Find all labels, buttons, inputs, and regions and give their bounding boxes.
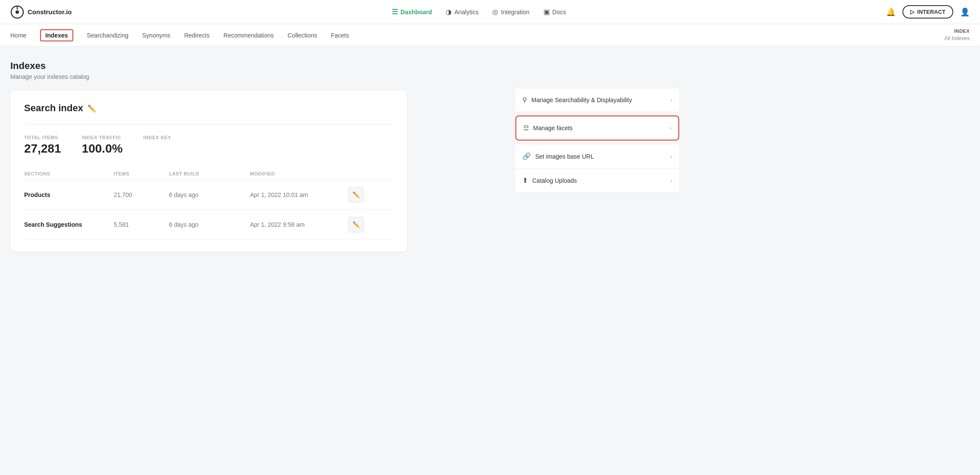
table-row: Products 21,700 6 days ago Apr 1, 2022 1… [24, 180, 393, 210]
col-sections: SECTIONS [24, 171, 110, 176]
nav-collections[interactable]: Collections [287, 30, 317, 41]
col-last-build: LAST BUILD [169, 171, 247, 176]
chevron-right-icon: › [670, 153, 672, 160]
sections-table: SECTIONS ITEMS LAST BUILD MODIFIED Produ… [24, 168, 393, 240]
stat-index-traffic: INDEX TRAFFIC 100.0% [82, 135, 123, 156]
sidebar-item-manage-searchability[interactable]: ⚲ Manage Searchability & Displayability … [515, 88, 679, 112]
nav-synonyms[interactable]: Synonyms [142, 30, 170, 41]
chevron-right-icon: › [670, 177, 672, 184]
content-area: Indexes Manage your indexes catalog Sear… [10, 60, 502, 252]
stat-total-items: TOTAL ITEMS 27,281 [24, 135, 61, 156]
col-actions [348, 171, 369, 176]
play-icon: ▷ [910, 9, 914, 15]
top-nav: Constructor.io ☰ Dashboard ◑ Analytics ◎… [0, 0, 980, 24]
nav-home[interactable]: Home [10, 30, 26, 41]
nav-docs[interactable]: ▣ Docs [543, 8, 566, 16]
images-icon: 🔗 [522, 152, 531, 160]
secondary-nav: Home Indexes Searchandizing Synonyms Red… [0, 24, 980, 47]
chevron-right-icon: › [670, 97, 672, 103]
svg-point-1 [16, 10, 19, 14]
secondary-nav-links: Home Indexes Searchandizing Synonyms Red… [10, 29, 349, 41]
sidebar-item-catalog-uploads[interactable]: ⬆ Catalog Uploads › [515, 169, 679, 193]
nav-analytics[interactable]: ◑ Analytics [446, 8, 478, 16]
table-row: Search Suggestions 5,581 6 days ago Apr … [24, 210, 393, 240]
edit-products-button[interactable]: ✏️ [348, 187, 364, 203]
user-avatar-icon[interactable]: 👤 [960, 7, 970, 17]
index-header: Search index ✏️ [24, 103, 393, 125]
sidebar-item-left: ☲ Manage facets [523, 124, 573, 132]
stat-index-key: INDEX KEY [144, 135, 172, 156]
analytics-icon: ◑ [446, 8, 452, 16]
nav-dashboard[interactable]: ☰ Dashboard [392, 8, 432, 16]
breadcrumb: INDEX All Indexes [944, 28, 970, 42]
catalog-icon: ⬆ [522, 176, 528, 184]
docs-icon: ▣ [543, 8, 550, 16]
col-items: ITEMS [114, 171, 165, 176]
logo-text: Constructor.io [28, 8, 72, 16]
chevron-right-icon: › [669, 125, 671, 131]
main-content: Indexes Manage your indexes catalog Sear… [0, 47, 690, 266]
searchability-icon: ⚲ [522, 96, 527, 104]
dashboard-icon: ☰ [392, 8, 398, 16]
sidebar-item-set-images[interactable]: 🔗 Set images base URL › [515, 144, 679, 169]
page-title: Indexes [10, 60, 502, 72]
sidebar-item-left: ⚲ Manage Searchability & Displayability [522, 96, 632, 104]
nav-recommendations[interactable]: Recommendations [224, 30, 274, 41]
logo-area: Constructor.io [10, 5, 72, 19]
top-nav-links: ☰ Dashboard ◑ Analytics ◎ Integration ▣ … [392, 8, 566, 16]
edit-search-suggestions-button[interactable]: ✏️ [348, 217, 364, 232]
logo-icon [10, 5, 24, 19]
page-subtitle: Manage your indexes catalog [10, 73, 502, 80]
top-nav-right: 🔔 ▷ INTERACT 👤 [886, 5, 970, 19]
integration-icon: ◎ [492, 8, 498, 16]
table-header: SECTIONS ITEMS LAST BUILD MODIFIED [24, 168, 393, 180]
edit-index-name-icon[interactable]: ✏️ [87, 104, 96, 112]
notification-bell-icon[interactable]: 🔔 [886, 7, 896, 17]
sidebar-item-left: 🔗 Set images base URL [522, 152, 594, 160]
index-name: Search index [24, 103, 83, 114]
nav-indexes[interactable]: Indexes [40, 29, 73, 41]
facets-icon: ☲ [523, 124, 529, 132]
nav-redirects[interactable]: Redirects [184, 30, 209, 41]
stats-row: TOTAL ITEMS 27,281 INDEX TRAFFIC 100.0% … [24, 135, 393, 156]
sidebar-panel: ⚲ Manage Searchability & Displayability … [515, 88, 679, 252]
sidebar-item-manage-facets[interactable]: ☲ Manage facets › [515, 116, 679, 141]
nav-facets[interactable]: Facets [331, 30, 349, 41]
sidebar-item-left: ⬆ Catalog Uploads [522, 176, 577, 184]
interact-button[interactable]: ▷ INTERACT [902, 5, 953, 19]
col-modified: MODIFIED [250, 171, 345, 176]
index-card: Search index ✏️ TOTAL ITEMS 27,281 INDEX… [10, 91, 407, 252]
nav-integration[interactable]: ◎ Integration [492, 8, 529, 16]
nav-searchandizing[interactable]: Searchandizing [87, 30, 129, 41]
